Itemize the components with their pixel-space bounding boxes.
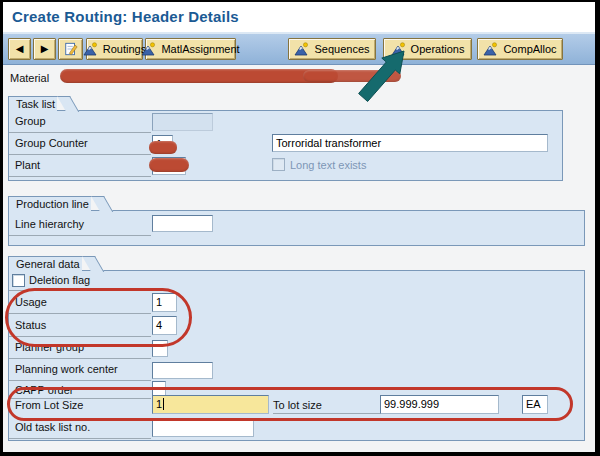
operations-button-label: Operations	[411, 43, 465, 55]
planning-work-center-field[interactable]	[152, 362, 213, 379]
row-underline	[9, 176, 151, 177]
right-triangle-icon: ▶	[41, 44, 49, 54]
group-counter-redaction-scribble	[149, 141, 177, 154]
matl-assignment-button[interactable]: MatlAssignment	[145, 38, 236, 60]
line-hierarchy-label: Line hierarchy	[15, 218, 84, 230]
group-label: Group	[15, 115, 46, 127]
group-field	[152, 113, 213, 131]
long-text-exists-label: Long text exists	[290, 159, 366, 171]
routings-button-label: Routings	[103, 43, 146, 55]
left-triangle-icon: ◀	[16, 44, 24, 54]
material-label: Material	[10, 72, 49, 84]
planning-work-center-label: Planning work center	[15, 363, 118, 375]
general-data-group-label: General data	[16, 258, 80, 270]
row-underline	[9, 132, 151, 133]
long-text-exists-checkbox	[272, 158, 285, 171]
deletion-flag-label: Deletion flag	[29, 274, 90, 286]
old-task-list-label: Old task list no.	[15, 421, 90, 433]
mountain-sun-icon	[83, 42, 99, 56]
edit-pencil-icon	[63, 42, 79, 56]
routing-description-field[interactable]: Torroridal transformer	[272, 134, 548, 152]
matl-assignment-button-label: MatlAssignment	[161, 43, 239, 55]
old-task-list-field[interactable]	[152, 419, 254, 437]
plant-redaction-scribble	[149, 158, 189, 172]
plant-label: Plant	[15, 159, 40, 171]
material-redaction-scribble	[60, 69, 338, 83]
edit-header-button[interactable]	[58, 38, 83, 60]
prev-screen-button[interactable]: ◀	[8, 38, 31, 60]
deletion-flag-checkbox[interactable]	[12, 274, 25, 287]
comp-alloc-button[interactable]: CompAlloc	[477, 38, 563, 60]
page-title: Create Routing: Header Details	[12, 8, 239, 25]
task-list-group-title: Task list	[8, 96, 57, 111]
next-screen-button[interactable]: ▶	[33, 38, 56, 60]
mountain-sun-icon	[483, 42, 499, 56]
sap-create-routing-window: Create Routing: Header Details ◀ ▶ Routi…	[0, 0, 600, 456]
annotation-arrow-to-operations	[352, 48, 408, 110]
application-toolbar: ◀ ▶ Routings	[3, 34, 595, 65]
mountain-sun-icon	[294, 42, 310, 56]
row-underline	[9, 358, 151, 359]
row-underline	[9, 438, 151, 439]
group-counter-label: Group Counter	[15, 137, 88, 149]
routings-button[interactable]: Routings	[86, 38, 143, 60]
from-lot-size-highlight-oval	[7, 387, 573, 421]
comp-alloc-button-label: CompAlloc	[503, 43, 556, 55]
row-underline	[9, 380, 151, 381]
usage-status-highlight-oval	[5, 288, 192, 347]
line-hierarchy-field[interactable]	[152, 215, 213, 232]
general-data-group-title: General data	[8, 256, 82, 271]
row-underline	[9, 154, 151, 155]
production-line-group-label: Production line	[16, 198, 89, 210]
mountain-sun-icon	[141, 42, 157, 56]
title-bar: Create Routing: Header Details	[3, 2, 595, 34]
production-line-group-title: Production line	[8, 196, 91, 211]
task-list-group-label: Task list	[16, 98, 55, 110]
production-line-group-box	[8, 210, 585, 246]
row-underline	[9, 235, 151, 236]
